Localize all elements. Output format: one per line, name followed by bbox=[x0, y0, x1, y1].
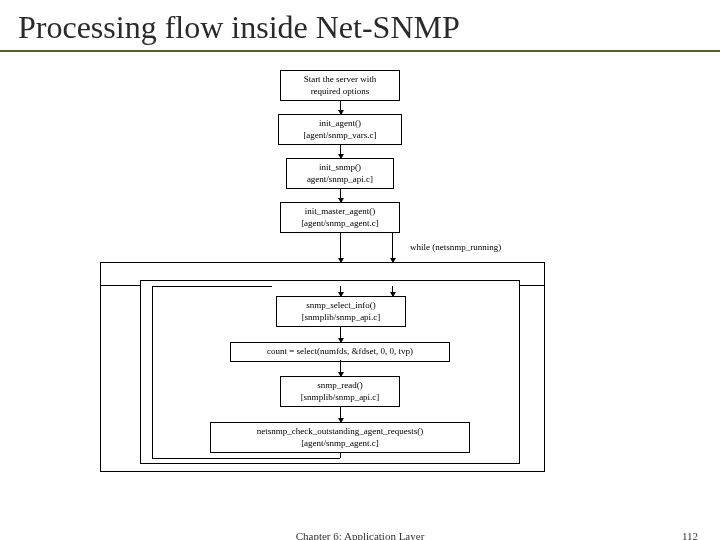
box-text: Start the server with bbox=[287, 74, 393, 85]
footer-chapter: Chapter 6: Application Layer bbox=[296, 530, 425, 540]
box-text: netsnmp_check_outstanding_agent_requests… bbox=[217, 426, 463, 437]
box-text: count = select(numfds, &fdset, 0, 0, tvp… bbox=[237, 346, 443, 357]
arrow-icon bbox=[340, 286, 341, 296]
box-init-master-agent: init_master_agent() [agent/snmp_agent.c] bbox=[280, 202, 400, 233]
box-text: [snmplib/snmp_api.c] bbox=[287, 392, 393, 403]
slide: Processing flow inside Net-SNMP Start th… bbox=[0, 0, 720, 540]
box-text: [snmplib/snmp_api.c] bbox=[283, 312, 399, 323]
page-title: Processing flow inside Net-SNMP bbox=[18, 8, 702, 46]
loop-label: while (netsnmp_running) bbox=[410, 242, 501, 252]
footer-page-number: 112 bbox=[682, 530, 698, 540]
box-text: [agent/snmp_agent.c] bbox=[287, 218, 393, 229]
box-text: [agent/snmp_vars.c] bbox=[285, 130, 395, 141]
line bbox=[152, 458, 340, 459]
arrow-icon bbox=[340, 406, 341, 422]
arrow-icon bbox=[340, 326, 341, 342]
box-text: required options bbox=[287, 86, 393, 97]
arrow-icon bbox=[340, 144, 341, 158]
box-text: snmp_select_info() bbox=[283, 300, 399, 311]
box-text: agent/snmp_api.c] bbox=[293, 174, 387, 185]
line bbox=[152, 286, 272, 287]
box-text: init_snmp() bbox=[293, 162, 387, 173]
arrow-icon bbox=[340, 360, 341, 376]
box-text: [agent/snmp_agent.c] bbox=[217, 438, 463, 449]
box-select-call: count = select(numfds, &fdset, 0, 0, tvp… bbox=[230, 342, 450, 361]
box-snmp-read: snmp_read() [snmplib/snmp_api.c] bbox=[280, 376, 400, 407]
box-init-snmp: init_snmp() agent/snmp_api.c] bbox=[286, 158, 394, 189]
arrow-icon bbox=[392, 286, 393, 296]
box-snmp-select-info: snmp_select_info() [snmplib/snmp_api.c] bbox=[276, 296, 406, 327]
flow-diagram: Start the server with required options i… bbox=[80, 70, 640, 490]
line bbox=[152, 286, 153, 458]
box-text: snmp_read() bbox=[287, 380, 393, 391]
line bbox=[340, 452, 341, 458]
arrow-icon bbox=[392, 232, 393, 262]
arrow-icon bbox=[340, 188, 341, 202]
box-text: init_master_agent() bbox=[287, 206, 393, 217]
box-start-server: Start the server with required options bbox=[280, 70, 400, 101]
box-text: init_agent() bbox=[285, 118, 395, 129]
arrow-icon bbox=[340, 232, 341, 262]
arrow-icon bbox=[340, 100, 341, 114]
box-check-outstanding: netsnmp_check_outstanding_agent_requests… bbox=[210, 422, 470, 453]
title-area: Processing flow inside Net-SNMP bbox=[0, 0, 720, 52]
box-init-agent: init_agent() [agent/snmp_vars.c] bbox=[278, 114, 402, 145]
